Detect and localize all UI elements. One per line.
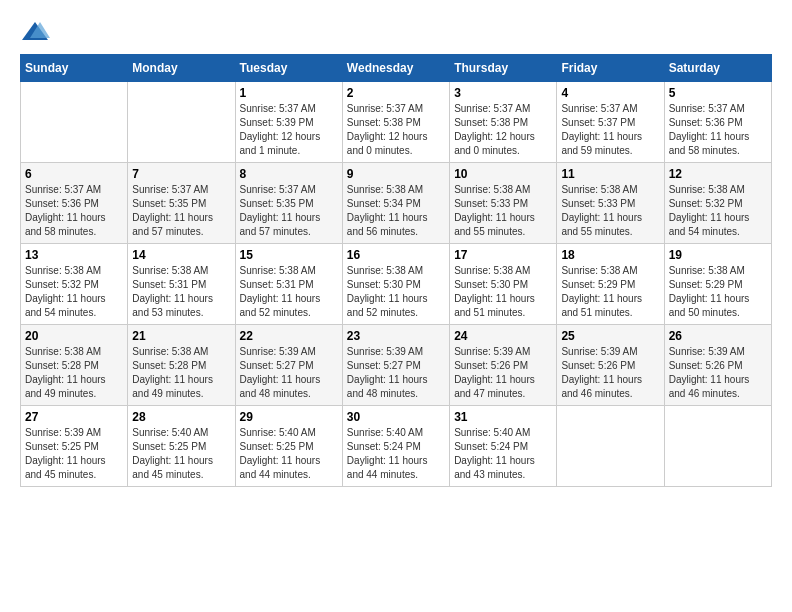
day-info: Sunrise: 5:39 AM Sunset: 5:27 PM Dayligh… xyxy=(347,345,445,401)
day-number: 13 xyxy=(25,248,123,262)
calendar-cell: 19Sunrise: 5:38 AM Sunset: 5:29 PM Dayli… xyxy=(664,244,771,325)
day-info: Sunrise: 5:38 AM Sunset: 5:31 PM Dayligh… xyxy=(240,264,338,320)
calendar-cell: 13Sunrise: 5:38 AM Sunset: 5:32 PM Dayli… xyxy=(21,244,128,325)
day-info: Sunrise: 5:37 AM Sunset: 5:36 PM Dayligh… xyxy=(25,183,123,239)
day-number: 16 xyxy=(347,248,445,262)
calendar-cell: 2Sunrise: 5:37 AM Sunset: 5:38 PM Daylig… xyxy=(342,82,449,163)
day-info: Sunrise: 5:37 AM Sunset: 5:37 PM Dayligh… xyxy=(561,102,659,158)
day-info: Sunrise: 5:37 AM Sunset: 5:38 PM Dayligh… xyxy=(347,102,445,158)
day-number: 31 xyxy=(454,410,552,424)
calendar-cell xyxy=(128,82,235,163)
calendar-week-row: 1Sunrise: 5:37 AM Sunset: 5:39 PM Daylig… xyxy=(21,82,772,163)
day-number: 29 xyxy=(240,410,338,424)
day-info: Sunrise: 5:38 AM Sunset: 5:29 PM Dayligh… xyxy=(669,264,767,320)
day-number: 27 xyxy=(25,410,123,424)
calendar-cell: 11Sunrise: 5:38 AM Sunset: 5:33 PM Dayli… xyxy=(557,163,664,244)
day-number: 7 xyxy=(132,167,230,181)
calendar-cell: 22Sunrise: 5:39 AM Sunset: 5:27 PM Dayli… xyxy=(235,325,342,406)
day-number: 5 xyxy=(669,86,767,100)
day-info: Sunrise: 5:40 AM Sunset: 5:25 PM Dayligh… xyxy=(132,426,230,482)
day-info: Sunrise: 5:38 AM Sunset: 5:30 PM Dayligh… xyxy=(347,264,445,320)
day-info: Sunrise: 5:39 AM Sunset: 5:25 PM Dayligh… xyxy=(25,426,123,482)
day-number: 17 xyxy=(454,248,552,262)
day-number: 30 xyxy=(347,410,445,424)
calendar-cell: 21Sunrise: 5:38 AM Sunset: 5:28 PM Dayli… xyxy=(128,325,235,406)
calendar-cell: 5Sunrise: 5:37 AM Sunset: 5:36 PM Daylig… xyxy=(664,82,771,163)
calendar-cell: 23Sunrise: 5:39 AM Sunset: 5:27 PM Dayli… xyxy=(342,325,449,406)
day-number: 1 xyxy=(240,86,338,100)
day-info: Sunrise: 5:38 AM Sunset: 5:34 PM Dayligh… xyxy=(347,183,445,239)
day-info: Sunrise: 5:38 AM Sunset: 5:32 PM Dayligh… xyxy=(669,183,767,239)
calendar-cell: 15Sunrise: 5:38 AM Sunset: 5:31 PM Dayli… xyxy=(235,244,342,325)
calendar-cell: 27Sunrise: 5:39 AM Sunset: 5:25 PM Dayli… xyxy=(21,406,128,487)
calendar-cell: 4Sunrise: 5:37 AM Sunset: 5:37 PM Daylig… xyxy=(557,82,664,163)
day-info: Sunrise: 5:37 AM Sunset: 5:35 PM Dayligh… xyxy=(132,183,230,239)
calendar-header-row: Sunday Monday Tuesday Wednesday Thursday… xyxy=(21,55,772,82)
day-number: 19 xyxy=(669,248,767,262)
day-number: 14 xyxy=(132,248,230,262)
day-number: 20 xyxy=(25,329,123,343)
day-info: Sunrise: 5:38 AM Sunset: 5:30 PM Dayligh… xyxy=(454,264,552,320)
calendar-cell: 20Sunrise: 5:38 AM Sunset: 5:28 PM Dayli… xyxy=(21,325,128,406)
calendar-cell xyxy=(664,406,771,487)
calendar-cell: 24Sunrise: 5:39 AM Sunset: 5:26 PM Dayli… xyxy=(450,325,557,406)
day-info: Sunrise: 5:37 AM Sunset: 5:36 PM Dayligh… xyxy=(669,102,767,158)
calendar-week-row: 13Sunrise: 5:38 AM Sunset: 5:32 PM Dayli… xyxy=(21,244,772,325)
day-number: 25 xyxy=(561,329,659,343)
day-number: 26 xyxy=(669,329,767,343)
header-tuesday: Tuesday xyxy=(235,55,342,82)
day-info: Sunrise: 5:38 AM Sunset: 5:31 PM Dayligh… xyxy=(132,264,230,320)
calendar-cell: 25Sunrise: 5:39 AM Sunset: 5:26 PM Dayli… xyxy=(557,325,664,406)
calendar-cell: 18Sunrise: 5:38 AM Sunset: 5:29 PM Dayli… xyxy=(557,244,664,325)
day-info: Sunrise: 5:40 AM Sunset: 5:25 PM Dayligh… xyxy=(240,426,338,482)
calendar-cell: 30Sunrise: 5:40 AM Sunset: 5:24 PM Dayli… xyxy=(342,406,449,487)
calendar-cell: 7Sunrise: 5:37 AM Sunset: 5:35 PM Daylig… xyxy=(128,163,235,244)
calendar-cell xyxy=(557,406,664,487)
day-number: 23 xyxy=(347,329,445,343)
calendar-cell: 28Sunrise: 5:40 AM Sunset: 5:25 PM Dayli… xyxy=(128,406,235,487)
header-friday: Friday xyxy=(557,55,664,82)
day-info: Sunrise: 5:39 AM Sunset: 5:26 PM Dayligh… xyxy=(669,345,767,401)
header-saturday: Saturday xyxy=(664,55,771,82)
calendar-week-row: 6Sunrise: 5:37 AM Sunset: 5:36 PM Daylig… xyxy=(21,163,772,244)
logo xyxy=(20,20,54,44)
header-monday: Monday xyxy=(128,55,235,82)
day-number: 9 xyxy=(347,167,445,181)
calendar-cell: 10Sunrise: 5:38 AM Sunset: 5:33 PM Dayli… xyxy=(450,163,557,244)
day-info: Sunrise: 5:37 AM Sunset: 5:39 PM Dayligh… xyxy=(240,102,338,158)
day-info: Sunrise: 5:40 AM Sunset: 5:24 PM Dayligh… xyxy=(454,426,552,482)
logo-icon xyxy=(20,20,50,44)
calendar-table: Sunday Monday Tuesday Wednesday Thursday… xyxy=(20,54,772,487)
day-info: Sunrise: 5:38 AM Sunset: 5:32 PM Dayligh… xyxy=(25,264,123,320)
calendar-cell: 16Sunrise: 5:38 AM Sunset: 5:30 PM Dayli… xyxy=(342,244,449,325)
day-info: Sunrise: 5:37 AM Sunset: 5:38 PM Dayligh… xyxy=(454,102,552,158)
calendar-cell: 29Sunrise: 5:40 AM Sunset: 5:25 PM Dayli… xyxy=(235,406,342,487)
day-number: 4 xyxy=(561,86,659,100)
day-info: Sunrise: 5:38 AM Sunset: 5:33 PM Dayligh… xyxy=(561,183,659,239)
page-header xyxy=(20,20,772,44)
day-number: 2 xyxy=(347,86,445,100)
calendar-cell: 1Sunrise: 5:37 AM Sunset: 5:39 PM Daylig… xyxy=(235,82,342,163)
calendar-week-row: 27Sunrise: 5:39 AM Sunset: 5:25 PM Dayli… xyxy=(21,406,772,487)
day-info: Sunrise: 5:39 AM Sunset: 5:26 PM Dayligh… xyxy=(561,345,659,401)
day-number: 22 xyxy=(240,329,338,343)
calendar-cell xyxy=(21,82,128,163)
day-number: 10 xyxy=(454,167,552,181)
header-wednesday: Wednesday xyxy=(342,55,449,82)
calendar-cell: 3Sunrise: 5:37 AM Sunset: 5:38 PM Daylig… xyxy=(450,82,557,163)
day-number: 6 xyxy=(25,167,123,181)
day-info: Sunrise: 5:39 AM Sunset: 5:27 PM Dayligh… xyxy=(240,345,338,401)
day-number: 8 xyxy=(240,167,338,181)
header-sunday: Sunday xyxy=(21,55,128,82)
calendar-week-row: 20Sunrise: 5:38 AM Sunset: 5:28 PM Dayli… xyxy=(21,325,772,406)
calendar-cell: 12Sunrise: 5:38 AM Sunset: 5:32 PM Dayli… xyxy=(664,163,771,244)
day-number: 18 xyxy=(561,248,659,262)
calendar-cell: 26Sunrise: 5:39 AM Sunset: 5:26 PM Dayli… xyxy=(664,325,771,406)
day-number: 21 xyxy=(132,329,230,343)
calendar-cell: 31Sunrise: 5:40 AM Sunset: 5:24 PM Dayli… xyxy=(450,406,557,487)
header-thursday: Thursday xyxy=(450,55,557,82)
day-number: 3 xyxy=(454,86,552,100)
day-info: Sunrise: 5:38 AM Sunset: 5:28 PM Dayligh… xyxy=(132,345,230,401)
day-number: 24 xyxy=(454,329,552,343)
day-info: Sunrise: 5:38 AM Sunset: 5:33 PM Dayligh… xyxy=(454,183,552,239)
